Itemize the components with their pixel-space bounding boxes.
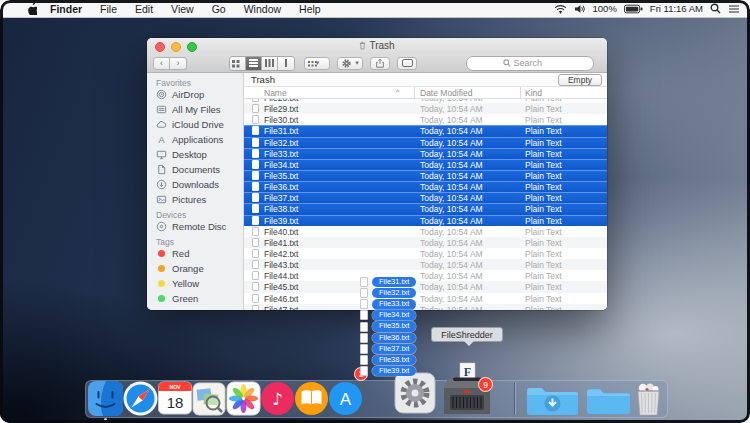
screen: FinderFileEditViewGoWindowHelp 100% Fri … <box>0 0 750 423</box>
finder-running-indicator <box>104 418 107 421</box>
notification-badge: 2 <box>354 367 368 381</box>
dock-documents-folder-icon[interactable] <box>585 385 632 416</box>
dock-trash-icon[interactable] <box>633 382 664 417</box>
dock-fileshredder-icon[interactable]: F <box>437 361 497 417</box>
dock: NOV18♪A2F <box>0 0 750 423</box>
battery-percent: 100% <box>593 3 617 14</box>
dock-downloads-folder-icon[interactable] <box>525 383 580 417</box>
battery-icon[interactable] <box>624 4 643 14</box>
wifi-icon[interactable] <box>554 4 567 14</box>
svg-text:18: 18 <box>167 394 184 411</box>
dock-separator <box>514 383 515 415</box>
apple-menu-icon[interactable] <box>26 2 37 15</box>
menu-window[interactable]: Window <box>235 3 290 15</box>
volume-icon[interactable] <box>574 4 586 14</box>
svg-text:NOV: NOV <box>170 384 182 390</box>
menu-bar: FinderFileEditViewGoWindowHelp 100% Fri … <box>0 0 750 18</box>
dock-ibooks-icon[interactable] <box>293 380 330 417</box>
dock-photos-icon[interactable] <box>225 380 262 417</box>
dock-calendar-icon[interactable]: NOV18 <box>157 380 193 416</box>
dock-itunes-icon[interactable]: ♪ <box>259 380 296 417</box>
svg-text:♪: ♪ <box>272 389 283 409</box>
notification-center-icon[interactable] <box>728 4 740 14</box>
menu-help[interactable]: Help <box>290 3 330 15</box>
dock-system-preferences-icon[interactable] <box>393 371 437 415</box>
menu-edit[interactable]: Edit <box>126 3 162 15</box>
spotlight-icon[interactable] <box>710 3 721 14</box>
dock-preview-icon[interactable] <box>191 381 227 417</box>
menu-file[interactable]: File <box>91 3 126 15</box>
svg-text:A: A <box>340 390 352 409</box>
menu-go[interactable]: Go <box>203 3 235 15</box>
dock-finder-icon[interactable] <box>87 380 124 417</box>
menu-clock[interactable]: Fri 11:16 AM <box>650 3 703 14</box>
dock-safari-icon[interactable] <box>122 380 159 417</box>
fileshredder-tooltip: FileShredder <box>431 327 503 342</box>
menu-finder[interactable]: Finder <box>41 3 91 15</box>
menu-view[interactable]: View <box>162 3 203 15</box>
svg-text:F: F <box>464 365 471 379</box>
menu-items: FinderFileEditViewGoWindowHelp <box>41 3 330 15</box>
dock-app-store-icon[interactable]: A2 <box>327 380 364 417</box>
